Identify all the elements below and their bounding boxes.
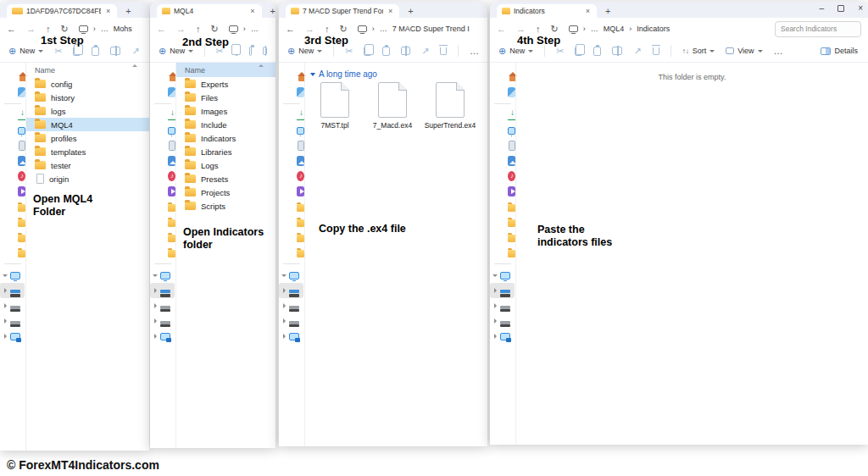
file-row[interactable]: origin	[26, 172, 149, 185]
sidebar-item-documents[interactable]	[150, 138, 175, 153]
up-icon[interactable]: ↑	[196, 24, 201, 34]
paste-icon[interactable]	[382, 47, 390, 56]
sidebar-item-network[interactable]	[0, 329, 25, 344]
new-tab-icon[interactable]: +	[605, 4, 610, 18]
sidebar-item-pinned-folder[interactable]	[0, 245, 25, 260]
back-icon[interactable]: ←	[157, 24, 166, 34]
sidebar-item-network[interactable]	[490, 329, 515, 344]
sidebar-item-divider[interactable]	[0, 260, 25, 268]
refresh-icon[interactable]: ↻	[61, 24, 69, 35]
close-icon[interactable]: ×	[858, 3, 863, 13]
file-row[interactable]: Libraries	[176, 145, 275, 158]
sidebar-item-divider[interactable]	[0, 100, 25, 108]
file-row[interactable]: Images	[176, 104, 275, 118]
refresh-icon[interactable]: ↻	[340, 24, 348, 35]
breadcrumb[interactable]: › … 7 MACD Super Trend I	[358, 25, 470, 33]
delete-icon[interactable]	[440, 47, 447, 55]
sidebar-item-videos[interactable]	[490, 184, 515, 199]
more-options-icon[interactable]: …	[470, 46, 479, 56]
file-row[interactable]: Logs	[176, 158, 275, 172]
sidebar-item-downloads[interactable]	[279, 108, 304, 123]
file-row[interactable]: Indicators	[176, 131, 275, 145]
sidebar-item-disk-drive[interactable]	[150, 298, 175, 313]
sidebar-item-this-pc[interactable]	[0, 268, 25, 283]
up-icon[interactable]: ↑	[325, 24, 330, 34]
sidebar-item-pinned-folder[interactable]	[150, 199, 175, 214]
new-tab-icon[interactable]: +	[125, 4, 131, 18]
share-icon[interactable]: ↗	[633, 46, 641, 57]
cut-icon[interactable]: ✂	[556, 46, 564, 57]
sidebar-item-divider[interactable]	[490, 260, 515, 268]
breadcrumb-item-mql4[interactable]: MQL4	[604, 25, 625, 33]
tab-active[interactable]: MQL4 ×	[157, 4, 262, 18]
sidebar-chevron-icon[interactable]	[150, 274, 160, 277]
sidebar-item-downloads[interactable]	[490, 108, 515, 123]
sidebar-chevron-icon[interactable]	[490, 274, 500, 277]
sidebar-item-videos[interactable]	[279, 184, 304, 199]
sidebar-item-music[interactable]	[490, 169, 515, 184]
sidebar-item-home[interactable]	[490, 69, 515, 85]
file-row[interactable]: templates	[26, 145, 149, 158]
refresh-icon[interactable]: ↻	[551, 24, 559, 35]
sidebar-item-music[interactable]	[0, 169, 25, 184]
file-row[interactable]: Projects	[176, 185, 275, 199]
sidebar-item-network[interactable]	[279, 329, 304, 344]
sidebar-item-local-disk[interactable]	[0, 283, 25, 298]
sidebar-item-downloads[interactable]	[0, 108, 25, 123]
minimize-icon[interactable]: –	[820, 3, 825, 13]
sidebar-chevron-icon[interactable]	[279, 318, 289, 324]
column-header-name[interactable]: Name	[176, 63, 275, 77]
more-options-icon[interactable]: …	[774, 46, 783, 56]
sidebar-item-desktop[interactable]	[0, 123, 25, 138]
sidebar-item-divider[interactable]	[150, 260, 175, 268]
sidebar-item-downloads[interactable]	[150, 108, 175, 123]
sidebar-item-home[interactable]	[0, 69, 25, 85]
breadcrumb[interactable]: › …	[229, 25, 259, 33]
rename-icon[interactable]	[401, 47, 410, 55]
column-header-name[interactable]: Name	[26, 63, 149, 77]
sidebar-item-pinned-folder[interactable]	[279, 199, 304, 214]
file-row[interactable]: tester	[26, 158, 149, 172]
sidebar-chevron-icon[interactable]	[279, 288, 289, 293]
sidebar-item-videos[interactable]	[150, 184, 175, 199]
sidebar-chevron-icon[interactable]	[279, 334, 289, 339]
forward-icon[interactable]: →	[516, 24, 526, 34]
more-crumbs-icon[interactable]: …	[251, 25, 259, 33]
breadcrumb-item[interactable]: 7 MACD Super Trend I	[392, 25, 470, 33]
sidebar-item-home[interactable]	[279, 69, 304, 85]
new-tab-icon[interactable]: +	[408, 4, 413, 18]
delete-icon[interactable]	[653, 47, 659, 55]
breadcrumb-item-indicators[interactable]: Indicators	[637, 25, 670, 33]
sidebar-item-divider[interactable]	[490, 100, 515, 108]
sidebar-item-music[interactable]	[150, 169, 175, 184]
file-row[interactable]: profiles	[26, 131, 149, 145]
maximize-icon[interactable]	[837, 5, 844, 12]
sidebar-item-disk-drive[interactable]	[490, 313, 515, 329]
sidebar-item-pinned-folder[interactable]	[0, 214, 25, 230]
new-button[interactable]: ⊕ New	[498, 46, 533, 57]
new-button[interactable]: ⊕ New	[8, 46, 43, 57]
sidebar-item-pictures[interactable]	[279, 153, 304, 169]
sidebar-item-desktop[interactable]	[279, 123, 304, 138]
rename-icon[interactable]	[263, 47, 267, 55]
copy-icon[interactable]	[235, 47, 238, 56]
breadcrumb[interactable]: › … Mohs	[79, 25, 132, 33]
sidebar-chevron-icon[interactable]	[0, 288, 10, 293]
cut-icon[interactable]: ✂	[345, 46, 353, 57]
file-row[interactable]: Presets	[176, 172, 275, 185]
sidebar-item-disk-drive[interactable]	[0, 313, 25, 329]
sidebar-item-pinned-folder[interactable]	[490, 230, 515, 245]
breadcrumb[interactable]: › … MQL4 › Indicators	[569, 25, 670, 33]
sidebar-chevron-icon[interactable]	[0, 274, 10, 277]
file-row[interactable]: Include	[176, 118, 275, 131]
sidebar-chevron-icon[interactable]	[490, 334, 500, 339]
share-icon[interactable]: ↗	[421, 46, 429, 57]
search-input[interactable]	[775, 21, 861, 37]
copy-icon[interactable]	[575, 47, 582, 56]
file-row[interactable]: MQL4	[26, 118, 149, 131]
sidebar-item-videos[interactable]	[0, 184, 25, 199]
sidebar-item-pictures[interactable]	[0, 153, 25, 169]
sidebar-item-music[interactable]	[279, 169, 304, 184]
file-item[interactable]: SuperTrend.ex4	[424, 82, 476, 130]
new-tab-icon[interactable]: +	[270, 4, 275, 18]
